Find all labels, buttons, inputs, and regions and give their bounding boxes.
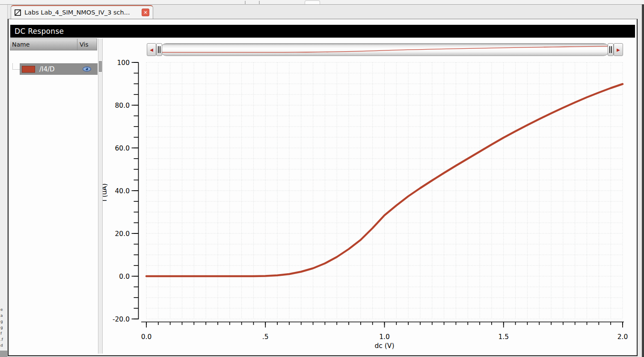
screen: e a g g f .f d Labs Lab_4_SIM_NMOS_IV_3 … xyxy=(0,0,644,357)
axes xyxy=(132,62,624,327)
schematic-icon xyxy=(15,9,21,16)
window-titlebar: DC Response xyxy=(10,25,635,38)
clipped-background-text: e a g g f .f d xyxy=(0,307,3,348)
tab-close-button[interactable]: ✕ xyxy=(142,9,149,16)
svg-text:20.0: 20.0 xyxy=(115,230,130,238)
background-tab-notch xyxy=(245,1,246,5)
tree-branch xyxy=(12,63,20,70)
svg-text:0.0: 0.0 xyxy=(141,333,152,341)
svg-text:60.0: 60.0 xyxy=(115,145,130,152)
y-axis-label: I (uA) xyxy=(103,183,108,201)
header-name-column[interactable]: Name xyxy=(10,39,77,50)
signal-list-header: Name Vis xyxy=(10,38,97,50)
slider-left-handle[interactable] xyxy=(156,43,162,56)
background-top-strip xyxy=(0,0,644,5)
grip-icon xyxy=(609,46,612,53)
background-tab-top xyxy=(305,0,320,4)
tab-title: Labs Lab_4_SIM_NMOS_IV_3 sch... xyxy=(24,9,130,16)
svg-text:1.5: 1.5 xyxy=(498,333,509,341)
background-tab-notch xyxy=(259,1,260,5)
signal-row[interactable]: /I4/D xyxy=(20,63,98,75)
close-icon: ✕ xyxy=(143,10,147,15)
visibility-eye-icon[interactable] xyxy=(82,66,92,72)
svg-text:1.0: 1.0 xyxy=(379,333,390,341)
background-corner-block xyxy=(0,351,8,357)
signal-list-scrollbar[interactable] xyxy=(98,38,103,354)
svg-text:.5: .5 xyxy=(262,333,269,341)
x-axis-label: dc (V) xyxy=(375,342,395,350)
grid xyxy=(146,62,623,319)
window-title: DC Response xyxy=(15,27,64,35)
svg-text:80.0: 80.0 xyxy=(115,102,130,109)
scrollbar-thumb[interactable] xyxy=(99,61,102,72)
trace-color-swatch[interactable] xyxy=(22,66,35,73)
svg-text:0.0: 0.0 xyxy=(119,273,130,280)
slider-right-handle[interactable] xyxy=(608,43,614,56)
svg-text:40.0: 40.0 xyxy=(115,187,130,195)
signal-name: /I4/D xyxy=(39,65,55,73)
plot-canvas[interactable]: ◀ ▶ 10080.060.040.020.00.0-20.00.0.51.01… xyxy=(103,38,636,354)
grip-icon xyxy=(158,46,160,53)
svg-text:2.0: 2.0 xyxy=(617,333,628,341)
tab-dc-response[interactable]: Labs Lab_4_SIM_NMOS_IV_3 sch... ✕ xyxy=(11,5,153,19)
background-left-strip: e a g g f .f d xyxy=(0,5,8,357)
dc-response-window: DC Response Name Vis /I4/D xyxy=(8,19,638,356)
tick-labels: 10080.060.040.020.00.0-20.00.0.51.01.52.… xyxy=(103,59,628,350)
svg-text:-20.0: -20.0 xyxy=(113,316,130,323)
background-right-edge xyxy=(642,4,644,357)
svg-text:100: 100 xyxy=(117,59,130,67)
plot-svg[interactable]: 10080.060.040.020.00.0-20.00.0.51.01.52.… xyxy=(103,38,636,354)
header-vis-column[interactable]: Vis xyxy=(77,39,97,50)
